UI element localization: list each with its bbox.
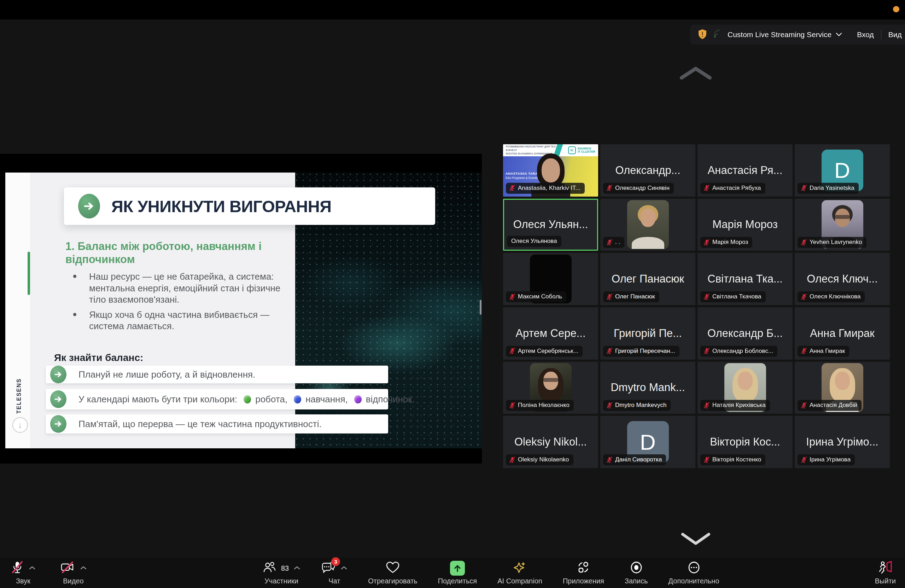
- participant-tile[interactable]: Артем Сере...Артем Серебрянськ...: [503, 307, 598, 359]
- share-screen-button[interactable]: Поделиться: [438, 560, 477, 585]
- participant-name-label: Oleksiy Nikolaenko: [506, 455, 573, 465]
- participant-tile[interactable]: Олександр...Олександр Синявін: [600, 144, 695, 197]
- study-color-dot: [294, 395, 301, 404]
- participant-name-label: Олег Панасюк: [603, 291, 659, 302]
- participant-big-name: Oleksiy Nikol...: [514, 435, 587, 448]
- participant-big-name: Вікторія Кос...: [710, 435, 780, 448]
- ai-sparkle-icon: [513, 560, 527, 576]
- chevron-down-icon: [836, 32, 842, 38]
- mic-muted-icon: [801, 239, 807, 246]
- participant-tile[interactable]: Анастасія Ря...Анастасія Рябуха: [697, 144, 792, 197]
- section-heading: 1. Баланс між роботою, навчанням і відпо…: [65, 240, 292, 266]
- participant-name-label: Daria Yasinetska: [797, 183, 859, 194]
- arrow-circle-icon: [50, 390, 67, 408]
- shared-screen: TELESENS ↓ ЯК УНИКНУТИ ВИГОРАННЯ 1. Бала…: [0, 154, 482, 464]
- participant-big-name: Олександр Б...: [707, 327, 783, 340]
- legend-study: навчання,: [305, 394, 348, 405]
- mic-muted-icon: [509, 348, 515, 354]
- participant-name-label: Анна Гмирак: [797, 346, 849, 357]
- arrow-circle-icon: [50, 366, 67, 383]
- participants-caret[interactable]: [294, 565, 300, 571]
- glasses: [543, 378, 559, 382]
- camera-muted-icon: [60, 560, 75, 576]
- share-scrollbar[interactable]: [480, 300, 481, 315]
- participants-button[interactable]: 83 Участники: [262, 560, 300, 585]
- balance-heading: Як знайти баланс:: [54, 352, 143, 364]
- participant-tile[interactable]: Марія МорозМарія Мороз: [697, 199, 792, 251]
- participant-tile[interactable]: Максим Соболь: [503, 253, 598, 305]
- legend-work: робота,: [255, 394, 287, 405]
- participant-big-name: Олеся Ульян...: [513, 218, 588, 231]
- participant-name-label: Вікторія Костенко: [700, 455, 765, 465]
- view-button[interactable]: Вид: [888, 30, 902, 39]
- calendar-colors-text: У календарі мають бути три кольори:: [78, 394, 237, 405]
- collapse-gallery-chevron[interactable]: [679, 64, 713, 83]
- mic-muted-icon: [703, 294, 710, 300]
- participant-tile[interactable]: Анастасія Довбій: [795, 362, 890, 414]
- bullet-item: Наш ресурс — це не батарейка, а система:…: [65, 271, 299, 305]
- participant-tile[interactable]: Ірина Угрімо...Ірина Угрімова: [795, 416, 890, 468]
- chat-caret[interactable]: [340, 565, 348, 571]
- participants-count: 83: [281, 564, 289, 572]
- participant-tile[interactable]: . .: [600, 199, 695, 251]
- bullet-dot: [73, 275, 76, 278]
- arrow-badge-icon: [78, 194, 100, 219]
- leave-door-icon: [877, 560, 893, 576]
- rest-color-dot: [354, 395, 362, 404]
- participant-tile[interactable]: Yevhen Lavrynenko: [795, 199, 890, 251]
- participant-tile[interactable]: Dmytro Mank...Dmytro Mankevych: [600, 362, 695, 414]
- security-shield-icon: [697, 29, 708, 41]
- participant-tile[interactable]: Анна ГмиракАнна Гмирак: [795, 307, 890, 359]
- participant-tile[interactable]: Олеся Ключ...Олеся Ключнікова: [795, 253, 890, 305]
- mic-muted-icon: [703, 239, 710, 246]
- participant-tile[interactable]: Олександр Б...Олександр Бобловс...: [697, 307, 792, 359]
- participant-tile[interactable]: Григорій Пе...Григорій Пересечан...: [600, 307, 695, 359]
- mic-muted-icon: [801, 456, 807, 463]
- react-button[interactable]: Отреагировать: [368, 560, 417, 585]
- more-button[interactable]: Дополнительно: [668, 560, 719, 585]
- participant-tile[interactable]: Вікторія Кос...Вікторія Костенко: [697, 416, 792, 468]
- mic-muted-icon: [801, 294, 807, 300]
- participant-tile[interactable]: Oleksiy Nikol...Oleksiy Nikolaenko: [503, 416, 598, 468]
- participant-tile[interactable]: РОЗВИВАЄМО ЕКОСИСТЕМУ ДЛЯ ТЕХ... БІЗНЕСУ…: [503, 144, 598, 197]
- record-button[interactable]: Запись: [625, 560, 648, 585]
- chat-button[interactable]: 3 Чат: [321, 560, 348, 585]
- video-options-caret[interactable]: [80, 565, 87, 571]
- ai-companion-button[interactable]: AI Companion: [497, 560, 542, 585]
- participant-name-label: Олександр Бобловс...: [700, 346, 777, 357]
- mic-muted-icon: [606, 456, 613, 463]
- participant-tile[interactable]: Наталія Крихівська: [697, 362, 792, 414]
- mic-muted-icon: [801, 402, 807, 409]
- participant-tile[interactable]: Поліна Ніколаєнко: [503, 362, 598, 414]
- participant-tile[interactable]: DДаніл Сиворотка: [600, 416, 695, 468]
- camera-indicator-dot: [893, 6, 899, 13]
- mic-muted-icon: [11, 560, 24, 576]
- slide-title-card: ЯК УНИКНУТИ ВИГОРАННЯ: [64, 188, 435, 225]
- balance-row: Пам'ятай, що перерва — це теж частина пр…: [46, 415, 388, 434]
- participant-tile[interactable]: Олеся Ульян...Олеся Ульянова: [503, 199, 598, 251]
- login-button[interactable]: Вход: [857, 30, 874, 39]
- share-screen-icon: [450, 561, 465, 575]
- participant-name-label: Анастасія Довбій: [797, 400, 862, 411]
- audio-button[interactable]: Звук: [11, 560, 36, 585]
- mic-muted-icon: [606, 239, 613, 246]
- participant-big-name: Марія Мороз: [712, 218, 778, 231]
- participant-big-name: Олеся Ключ...: [807, 273, 878, 285]
- participant-tile[interactable]: DDaria Yasinetska: [795, 144, 890, 197]
- participant-name-label: Григорій Пересечан...: [603, 346, 680, 357]
- participant-name-label: Анастасія Рябуха: [700, 183, 765, 194]
- participant-tile[interactable]: Світлана Тка...Світлана Ткачова: [697, 253, 792, 305]
- streaming-service-dropdown[interactable]: Custom Live Streaming Service: [727, 30, 842, 39]
- participant-name-label: Поліна Ніколаєнко: [506, 400, 574, 411]
- participant-name-label: Наталія Крихівська: [700, 400, 770, 411]
- video-button[interactable]: Видео: [60, 560, 87, 585]
- participant-name-label: Anastasiia, Kharkiv IT...: [506, 183, 585, 194]
- leave-button[interactable]: Выйти: [875, 560, 896, 585]
- mic-muted-icon: [509, 184, 515, 191]
- participant-tile[interactable]: Олег ПанасюкОлег Панасюк: [600, 253, 695, 305]
- audio-options-caret[interactable]: [29, 565, 36, 571]
- chat-icon: 3: [321, 561, 336, 575]
- expand-gallery-chevron[interactable]: [681, 531, 711, 548]
- apps-button[interactable]: Приложения: [563, 560, 604, 585]
- download-button[interactable]: ↓: [13, 417, 28, 433]
